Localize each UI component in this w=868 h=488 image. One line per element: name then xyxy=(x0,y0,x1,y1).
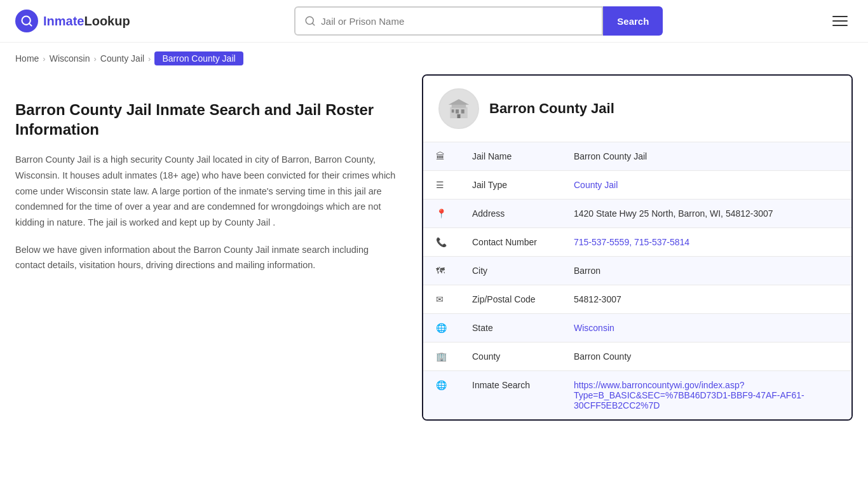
page-heading: Barron County Jail Inmate Search and Jai… xyxy=(15,100,397,139)
row-value[interactable]: https://www.barroncountywi.gov/index.asp… xyxy=(561,371,851,420)
row-link[interactable]: https://www.barroncountywi.gov/index.asp… xyxy=(574,380,804,410)
breadcrumb-type[interactable]: County Jail xyxy=(100,53,144,64)
row-label: State xyxy=(459,314,561,342)
row-icon: ☰ xyxy=(423,171,459,200)
search-icon xyxy=(304,15,316,27)
row-value[interactable]: County Jail xyxy=(561,171,851,200)
svg-rect-8 xyxy=(461,109,465,113)
svg-marker-6 xyxy=(449,99,470,105)
row-value: Barron xyxy=(561,257,851,285)
breadcrumb-current: Barron County Jail xyxy=(154,51,243,65)
right-column: Barron County Jail 🏛Jail NameBarron Coun… xyxy=(422,74,853,430)
breadcrumb-home[interactable]: Home xyxy=(15,53,39,64)
jail-card: Barron County Jail 🏛Jail NameBarron Coun… xyxy=(422,74,853,421)
row-label: Contact Number xyxy=(459,228,561,257)
left-column: Barron County Jail Inmate Search and Jai… xyxy=(15,74,422,430)
row-link[interactable]: County Jail xyxy=(574,180,618,190)
description-para2: Below we have given information about th… xyxy=(15,242,397,273)
row-label: Inmate Search xyxy=(459,371,561,420)
svg-rect-7 xyxy=(456,109,459,113)
row-link[interactable]: Wisconsin xyxy=(574,323,614,333)
row-value[interactable]: Wisconsin xyxy=(561,314,851,342)
table-row: 🏢CountyBarron County xyxy=(423,342,851,371)
row-label: Zip/Postal Code xyxy=(459,285,561,314)
row-value: Barron County xyxy=(561,342,851,371)
row-icon: 📍 xyxy=(423,200,459,228)
row-value: 1420 State Hwy 25 North, Barron, WI, 548… xyxy=(561,200,851,228)
row-value[interactable]: 715-537-5559, 715-537-5814 xyxy=(561,228,851,257)
table-row: 🗺CityBarron xyxy=(423,257,851,285)
breadcrumb-sep: › xyxy=(94,54,97,64)
hamburger-line xyxy=(832,20,848,22)
search-input[interactable] xyxy=(321,16,593,27)
table-row: 🌐Inmate Searchhttps://www.barroncountywi… xyxy=(423,371,851,420)
description-para1: Barron County Jail is a high security Co… xyxy=(15,152,397,230)
breadcrumb-sep: › xyxy=(148,54,151,64)
row-label: Jail Name xyxy=(459,142,561,171)
row-icon: 🌐 xyxy=(423,371,459,420)
logo-text: InmateInmateLookupLookup xyxy=(43,14,130,29)
site-header: InmateInmateLookupLookup Search xyxy=(0,0,868,43)
search-button[interactable]: Search xyxy=(603,6,663,36)
row-value: Barron County Jail xyxy=(561,142,851,171)
row-link[interactable]: 715-537-5559, 715-537-5814 xyxy=(574,237,689,247)
table-row: 🏛Jail NameBarron County Jail xyxy=(423,142,851,171)
building-icon xyxy=(446,96,471,121)
breadcrumb: Home › Wisconsin › County Jail › Barron … xyxy=(0,43,868,74)
search-input-wrap xyxy=(294,6,603,36)
hamburger-line xyxy=(832,25,848,26)
table-row: ☰Jail TypeCounty Jail xyxy=(423,171,851,200)
table-row: 🌐StateWisconsin xyxy=(423,314,851,342)
logo-link[interactable]: InmateInmateLookupLookup xyxy=(15,10,130,32)
row-icon: 🗺 xyxy=(423,257,459,285)
table-row: ✉Zip/Postal Code54812-3007 xyxy=(423,285,851,314)
hamburger-line xyxy=(832,16,848,17)
table-row: 📍Address1420 State Hwy 25 North, Barron,… xyxy=(423,200,851,228)
table-row: 📞Contact Number715-537-5559, 715-537-581… xyxy=(423,228,851,257)
search-bar: Search xyxy=(294,6,663,36)
card-header: Barron County Jail xyxy=(423,76,851,142)
avatar xyxy=(438,88,479,129)
svg-rect-9 xyxy=(452,109,454,112)
info-table: 🏛Jail NameBarron County Jail☰Jail TypeCo… xyxy=(423,142,851,419)
svg-line-3 xyxy=(313,23,315,25)
row-icon: 🏛 xyxy=(423,142,459,171)
logo-icon xyxy=(15,10,38,32)
breadcrumb-sep: › xyxy=(43,54,45,64)
row-label: Jail Type xyxy=(459,171,561,200)
row-label: County xyxy=(459,342,561,371)
breadcrumb-state[interactable]: Wisconsin xyxy=(50,53,90,64)
row-icon: ✉ xyxy=(423,285,459,314)
row-icon: 🌐 xyxy=(423,314,459,342)
row-icon: 📞 xyxy=(423,228,459,257)
svg-rect-10 xyxy=(458,114,461,118)
svg-line-1 xyxy=(29,24,32,26)
menu-button[interactable] xyxy=(827,11,853,31)
row-label: Address xyxy=(459,200,561,228)
row-value: 54812-3007 xyxy=(561,285,851,314)
row-label: City xyxy=(459,257,561,285)
row-icon: 🏢 xyxy=(423,342,459,371)
card-title: Barron County Jail xyxy=(489,100,614,117)
main-content: Barron County Jail Inmate Search and Jai… xyxy=(0,74,868,456)
